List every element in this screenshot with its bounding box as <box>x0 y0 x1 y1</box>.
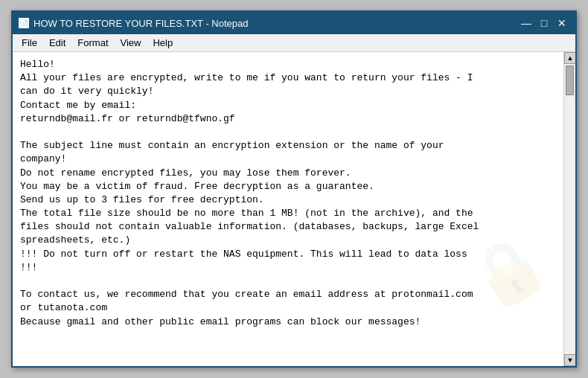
menu-edit[interactable]: Edit <box>43 36 71 50</box>
text-editor[interactable] <box>13 52 563 366</box>
scroll-thumb[interactable] <box>566 65 574 95</box>
menu-bar: File Edit Format View Help <box>13 34 575 52</box>
content-area: 🔒 ▲ ▼ <box>13 52 575 366</box>
window-title: HOW TO RESTORE YOUR FILES.TXT - Notepad <box>33 18 249 29</box>
scroll-down-arrow[interactable]: ▼ <box>564 354 575 366</box>
notepad-icon: 📄 <box>19 18 29 28</box>
scroll-track[interactable] <box>564 64 575 354</box>
maximize-button[interactable]: □ <box>537 16 552 31</box>
scrollbar-vertical[interactable]: ▲ ▼ <box>563 52 575 366</box>
minimize-button[interactable]: — <box>519 16 534 31</box>
window-controls: — □ ✕ <box>519 16 569 31</box>
menu-format[interactable]: Format <box>71 36 114 50</box>
title-bar-left: 📄 HOW TO RESTORE YOUR FILES.TXT - Notepa… <box>19 18 249 29</box>
notepad-window: 📄 HOW TO RESTORE YOUR FILES.TXT - Notepa… <box>11 10 577 368</box>
scroll-up-arrow[interactable]: ▲ <box>564 52 575 64</box>
menu-help[interactable]: Help <box>147 36 179 50</box>
close-button[interactable]: ✕ <box>555 16 569 31</box>
menu-file[interactable]: File <box>16 36 43 50</box>
title-bar: 📄 HOW TO RESTORE YOUR FILES.TXT - Notepa… <box>13 12 575 34</box>
menu-view[interactable]: View <box>115 36 147 50</box>
